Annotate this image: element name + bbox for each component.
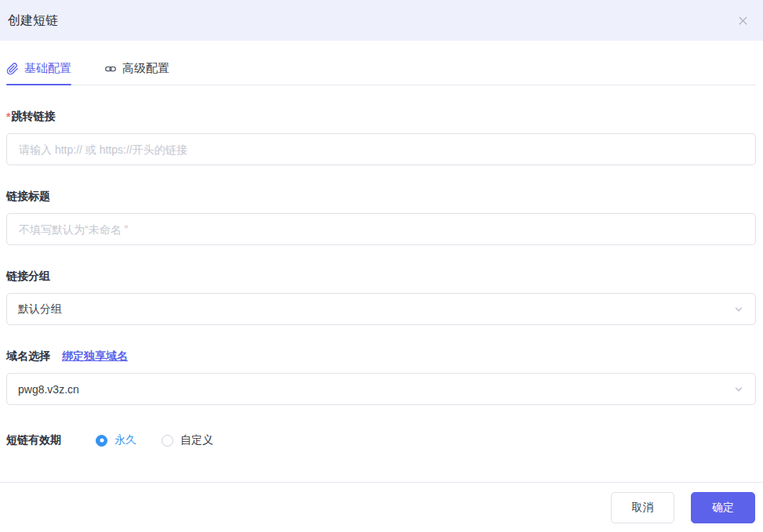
link-group-field: 链接分组 默认分组 bbox=[6, 270, 756, 325]
radio-permanent-label: 永久 bbox=[114, 433, 136, 447]
jump-link-label: * 跳转链接 bbox=[6, 110, 756, 124]
tabs-bar: 基础配置 高级配置 bbox=[6, 61, 756, 85]
link-group-label-text: 链接分组 bbox=[6, 270, 50, 284]
jump-link-label-text: 跳转链接 bbox=[11, 110, 55, 124]
chain-link-icon bbox=[104, 63, 117, 75]
link-title-label-text: 链接标题 bbox=[6, 190, 50, 204]
jump-link-input[interactable] bbox=[6, 133, 756, 165]
radio-selected-icon bbox=[96, 435, 107, 447]
expiry-label-text: 短链有效期 bbox=[6, 433, 61, 447]
domain-field: 域名选择 绑定独享域名 pwg8.v3z.cn bbox=[6, 349, 756, 405]
cancel-button[interactable]: 取消 bbox=[611, 492, 674, 523]
radio-custom[interactable]: 自定义 bbox=[162, 433, 213, 447]
dialog-title: 创建短链 bbox=[8, 13, 58, 29]
chevron-down-icon bbox=[733, 304, 744, 315]
dialog-body: 基础配置 高级配置 * 跳转链接 链接标题 链接分组 bbox=[0, 61, 763, 447]
link-title-label: 链接标题 bbox=[6, 190, 756, 204]
create-shortlink-dialog: 创建短链 基础配置 高级配置 * 跳转链接 bbox=[0, 0, 763, 532]
radio-permanent[interactable]: 永久 bbox=[96, 433, 136, 447]
required-asterisk: * bbox=[6, 110, 10, 123]
confirm-button[interactable]: 确定 bbox=[691, 492, 755, 523]
domain-select[interactable]: pwg8.v3z.cn bbox=[6, 373, 756, 405]
expiry-label: 短链有效期 bbox=[6, 433, 61, 447]
dialog-header: 创建短链 bbox=[0, 0, 763, 41]
domain-label-text: 域名选择 bbox=[6, 349, 50, 364]
domain-label-row: 域名选择 绑定独享域名 bbox=[6, 349, 756, 364]
bind-exclusive-domain-link[interactable]: 绑定独享域名 bbox=[62, 349, 128, 364]
link-group-label: 链接分组 bbox=[6, 270, 756, 284]
radio-custom-label: 自定义 bbox=[180, 433, 213, 447]
link-group-selected-value: 默认分组 bbox=[18, 302, 62, 317]
tab-advanced-config[interactable]: 高级配置 bbox=[104, 61, 169, 85]
close-icon[interactable] bbox=[735, 13, 750, 28]
link-group-select[interactable]: 默认分组 bbox=[6, 293, 756, 325]
radio-unselected-icon bbox=[162, 435, 173, 447]
jump-link-field: * 跳转链接 bbox=[6, 110, 756, 165]
tab-label: 基础配置 bbox=[24, 61, 71, 76]
link-title-field: 链接标题 bbox=[6, 190, 756, 245]
paperclip-icon bbox=[6, 63, 19, 75]
tab-basic-config[interactable]: 基础配置 bbox=[6, 61, 71, 85]
tab-label: 高级配置 bbox=[122, 61, 169, 76]
domain-selected-value: pwg8.v3z.cn bbox=[18, 383, 79, 396]
dialog-footer: 取消 确定 bbox=[0, 482, 763, 532]
expiry-field: 短链有效期 永久 自定义 bbox=[6, 433, 756, 447]
chevron-down-icon bbox=[733, 384, 744, 395]
link-title-input[interactable] bbox=[6, 213, 756, 245]
